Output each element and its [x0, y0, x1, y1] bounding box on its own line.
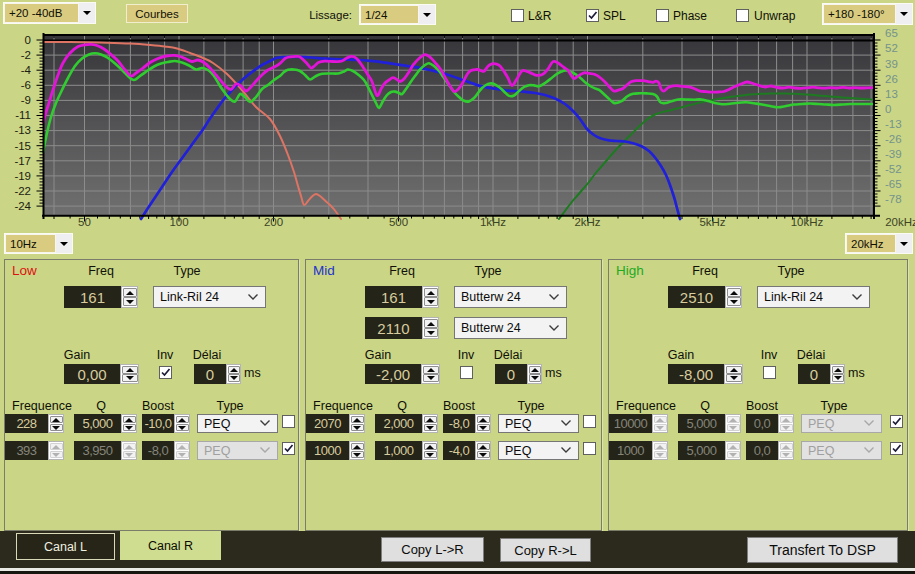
- svg-text:1kHz: 1kHz: [480, 216, 506, 228]
- svg-text:-26: -26: [885, 133, 902, 145]
- svg-text:13: 13: [885, 88, 898, 100]
- svg-text:500: 500: [389, 216, 408, 228]
- svg-text:-52: -52: [885, 163, 902, 175]
- svg-text:-13: -13: [14, 124, 31, 136]
- svg-text:2kHz: 2kHz: [574, 216, 600, 228]
- svg-text:65: 65: [885, 27, 898, 39]
- svg-text:-65: -65: [885, 178, 902, 190]
- svg-text:26: 26: [885, 73, 898, 85]
- svg-text:-13: -13: [885, 118, 902, 130]
- svg-text:-24: -24: [14, 200, 31, 212]
- svg-text:-19: -19: [14, 170, 31, 182]
- svg-text:0: 0: [25, 34, 31, 46]
- svg-text:-6: -6: [21, 79, 31, 91]
- svg-text:-11: -11: [15, 109, 31, 121]
- svg-text:200: 200: [264, 216, 283, 228]
- svg-text:0: 0: [885, 103, 891, 115]
- svg-text:-22: -22: [14, 185, 31, 197]
- svg-text:39: 39: [885, 58, 898, 70]
- svg-text:-39: -39: [885, 148, 902, 160]
- svg-text:-2: -2: [21, 49, 31, 61]
- svg-text:-4: -4: [21, 64, 32, 76]
- svg-text:-9: -9: [21, 94, 31, 106]
- svg-text:-78: -78: [885, 193, 902, 205]
- svg-text:10kHz: 10kHz: [791, 216, 824, 228]
- svg-text:-15: -15: [14, 140, 31, 152]
- svg-text:5kHz: 5kHz: [699, 216, 725, 228]
- svg-text:50: 50: [78, 216, 91, 228]
- svg-text:52: 52: [885, 42, 898, 54]
- svg-text:20kHz: 20kHz: [885, 216, 915, 228]
- svg-text:100: 100: [169, 216, 188, 228]
- svg-text:-17: -17: [14, 155, 31, 167]
